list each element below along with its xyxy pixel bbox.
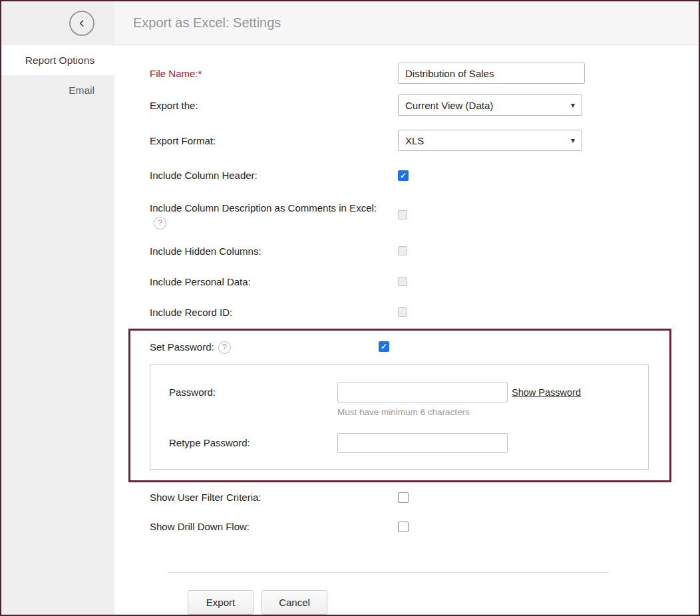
include-record-id-checkbox[interactable] <box>398 307 407 317</box>
retype-password-label: Retype Password: <box>169 433 337 448</box>
show-drill-down-flow-checkbox[interactable] <box>398 522 409 532</box>
header: Export as Excel: Settings <box>114 1 699 45</box>
export-format-label: Export Format: <box>150 134 398 148</box>
cancel-button[interactable]: Cancel <box>262 590 327 615</box>
set-password-row: Set Password:? <box>150 340 649 355</box>
password-hint: Must have minimum 6 characters <box>337 407 508 417</box>
file-name-input[interactable] <box>398 63 585 84</box>
password-input-group: Must have minimum 6 characters <box>337 383 508 417</box>
export-the-select[interactable]: Current View (Data) ▾ <box>398 94 582 116</box>
export-the-row: Export the: Current View (Data) ▾ <box>150 94 699 116</box>
include-hidden-columns-checkbox[interactable] <box>398 246 407 255</box>
show-drill-down-flow-label: Show Drill Down Flow: <box>150 520 398 534</box>
sidebar-item-label: Email <box>69 84 94 96</box>
show-user-filter-criteria-row: Show User Filter Criteria: <box>150 490 699 504</box>
file-name-row: File Name:* <box>150 63 699 84</box>
export-the-label: Export the: <box>150 98 398 112</box>
sidebar-top <box>1 1 114 45</box>
show-user-filter-criteria-checkbox[interactable] <box>398 492 409 503</box>
action-buttons: Export Cancel <box>188 590 699 615</box>
include-column-description-label: Include Column Description as Comments i… <box>150 201 398 230</box>
include-record-id-label: Include Record ID: <box>150 305 398 319</box>
export-button[interactable]: Export <box>188 590 254 615</box>
help-icon[interactable]: ? <box>218 341 231 354</box>
include-personal-data-checkbox[interactable] <box>398 277 407 286</box>
password-input[interactable] <box>337 383 508 402</box>
show-drill-down-flow-row: Show Drill Down Flow: <box>150 520 699 534</box>
include-hidden-columns-label: Include Hidden Columns: <box>150 244 398 258</box>
retype-password-row: Retype Password: <box>169 433 648 453</box>
include-column-header-row: Include Column Header: <box>150 168 699 182</box>
chevron-down-icon: ▾ <box>571 136 575 145</box>
include-column-header-label: Include Column Header: <box>150 168 398 182</box>
show-password-link[interactable]: Show Password <box>512 383 581 398</box>
export-format-selected-value: XLS <box>405 135 424 146</box>
include-column-header-checkbox[interactable] <box>398 170 409 181</box>
include-personal-data-label: Include Personal Data: <box>150 275 398 289</box>
show-user-filter-criteria-label: Show User Filter Criteria: <box>150 490 398 504</box>
sidebar-item-email[interactable]: Email <box>1 75 114 105</box>
export-the-selected-value: Current View (Data) <box>405 100 493 111</box>
help-icon[interactable]: ? <box>154 217 166 230</box>
include-hidden-columns-row: Include Hidden Columns: <box>150 244 699 258</box>
password-row: Password: Must have minimum 6 characters… <box>169 383 648 417</box>
sidebar: Report Options Email <box>1 1 114 615</box>
export-format-row: Export Format: XLS ▾ <box>150 130 699 151</box>
include-record-id-row: Include Record ID: <box>150 305 699 319</box>
export-settings-window: Report Options Email Export as Excel: Se… <box>0 0 700 616</box>
include-column-description-label-text: Include Column Description as Comments i… <box>150 202 377 214</box>
password-label: Password: <box>169 383 337 398</box>
set-password-highlight-box: Set Password:? Password: Must have minim… <box>128 329 671 483</box>
retype-password-input[interactable] <box>337 433 508 453</box>
file-name-label: File Name:* <box>150 67 398 80</box>
chevron-down-icon: ▾ <box>571 100 575 110</box>
set-password-label: Set Password:? <box>150 340 379 355</box>
settings-form: File Name:* Export the: Current View (Da… <box>114 45 699 615</box>
main-panel: Export as Excel: Settings File Name:* Ex… <box>114 1 699 615</box>
back-button[interactable] <box>69 11 94 36</box>
sidebar-item-report-options[interactable]: Report Options <box>1 45 114 75</box>
password-panel: Password: Must have minimum 6 characters… <box>150 365 649 470</box>
export-format-select[interactable]: XLS ▾ <box>398 130 582 151</box>
include-column-description-checkbox[interactable] <box>398 210 407 220</box>
sidebar-item-label: Report Options <box>25 55 94 67</box>
set-password-checkbox[interactable] <box>379 341 389 352</box>
include-column-description-row: Include Column Description as Comments i… <box>150 201 699 230</box>
include-personal-data-row: Include Personal Data: <box>150 275 699 289</box>
page-title: Export as Excel: Settings <box>133 15 281 31</box>
chevron-left-icon <box>77 18 87 29</box>
divider <box>168 572 609 573</box>
set-password-label-text: Set Password: <box>150 341 214 353</box>
